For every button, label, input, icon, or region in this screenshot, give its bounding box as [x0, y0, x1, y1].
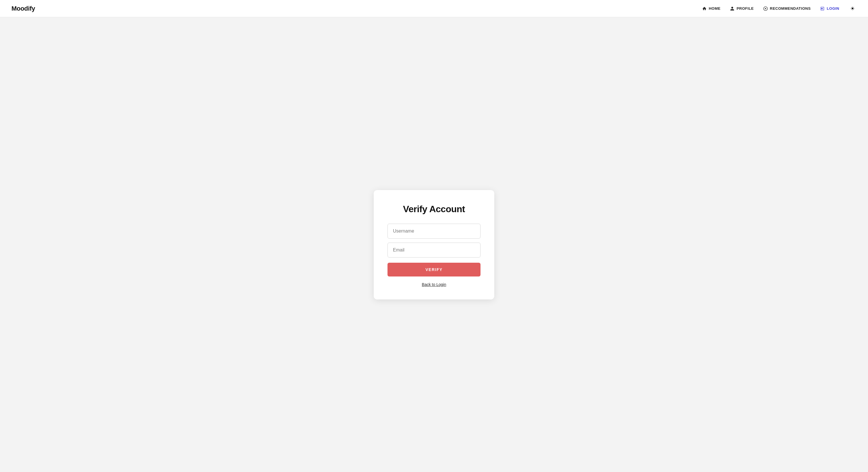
theme-toggle-button[interactable]: ☀: [848, 5, 857, 12]
back-to-login-link[interactable]: Back to Login: [388, 282, 480, 287]
navbar-links: HOME PROFILE RECOMMENDATIONS: [702, 5, 857, 12]
navbar: Moodify HOME PROFILE: [0, 0, 868, 17]
nav-login-label: LOGIN: [827, 6, 839, 11]
nav-item-profile[interactable]: PROFILE: [730, 6, 754, 11]
verify-button[interactable]: VERIFY: [388, 263, 480, 276]
card-title: Verify Account: [388, 204, 480, 214]
nav-home-label: HOME: [709, 6, 720, 11]
nav-item-login[interactable]: LOGIN: [820, 6, 839, 11]
email-input[interactable]: [388, 243, 480, 258]
home-icon: [702, 6, 707, 11]
nav-item-recommendations[interactable]: RECOMMENDATIONS: [763, 6, 811, 11]
profile-icon: [730, 6, 735, 11]
username-input[interactable]: [388, 224, 480, 239]
recommendations-icon: [763, 6, 768, 11]
app-brand[interactable]: Moodify: [11, 5, 35, 12]
nav-item-home[interactable]: HOME: [702, 6, 720, 11]
main-content: Verify Account VERIFY Back to Login: [0, 17, 868, 472]
nav-profile-label: PROFILE: [737, 6, 754, 11]
verify-account-card: Verify Account VERIFY Back to Login: [374, 190, 494, 299]
svg-point-1: [765, 8, 766, 9]
login-icon: [820, 6, 825, 11]
nav-recommendations-label: RECOMMENDATIONS: [770, 6, 811, 11]
